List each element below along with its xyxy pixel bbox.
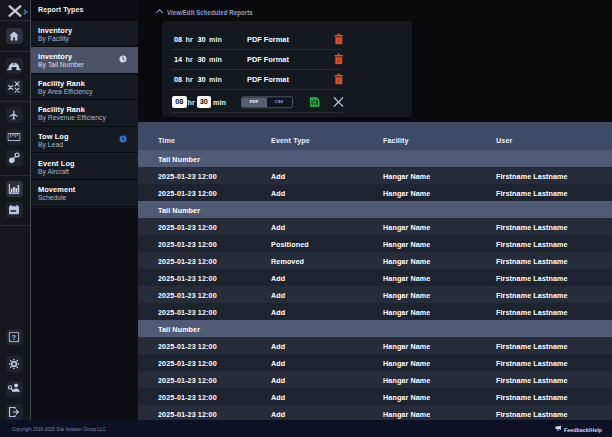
svg-text:?: ? [12,334,16,341]
